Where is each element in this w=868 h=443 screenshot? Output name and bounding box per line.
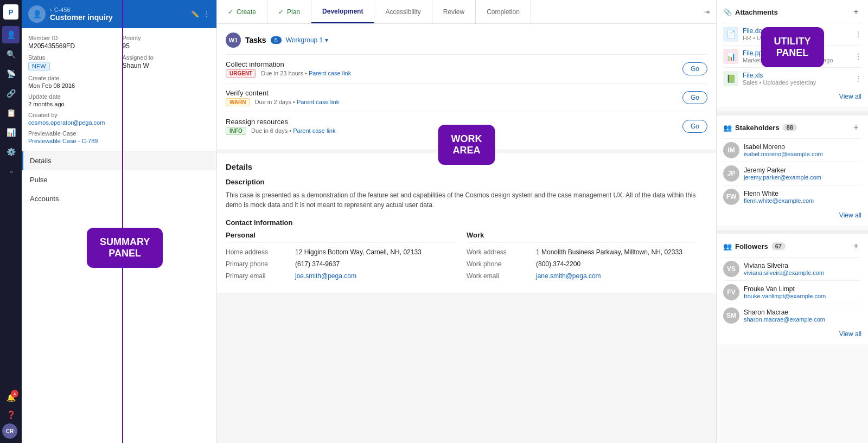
status-badge: NEW	[28, 62, 50, 70]
status-field: Status NEW	[28, 54, 116, 70]
workgroup-avatar: W1	[226, 33, 241, 48]
stakeholders-label: Stakeholders	[735, 124, 780, 132]
stakeholder-email-jeremy[interactable]: jeremy.parker@example.com	[744, 174, 821, 181]
add-attachment-button[interactable]: +	[851, 7, 861, 17]
follower-email-frouke[interactable]: frouke.vanlimpt@example.com	[744, 293, 826, 299]
go-button-reassign[interactable]: Go	[682, 120, 707, 133]
previewable-case-value[interactable]: Previewable Case - C-789	[28, 138, 210, 144]
edit-icon[interactable]: ✏️	[191, 10, 199, 18]
nav-item-cases[interactable]: 📋	[2, 104, 20, 121]
attachment-more-doc[interactable]: ⋮	[855, 30, 861, 38]
breadcrumb-case-id[interactable]: C-456	[54, 7, 71, 13]
stakeholder-email-flenn[interactable]: flenn.white@example.com	[744, 197, 814, 204]
stage-create[interactable]: ✓ Create	[217, 0, 267, 23]
doc-icon: 📄	[723, 27, 738, 42]
work-title: Work	[467, 231, 697, 243]
nav-item-details[interactable]: Details	[22, 151, 216, 170]
details-section: Details Description This case is present…	[217, 153, 716, 293]
task-info-reassign: Reassign resources INFO Due in 6 days • …	[226, 118, 677, 135]
stage-review[interactable]: Review	[432, 0, 476, 23]
user-avatar[interactable]: CR	[2, 423, 17, 439]
task-link-verify[interactable]: Parent case link	[297, 99, 339, 105]
summary-panel: 👤 › C-456 Customer inquiry ✏️ ⋮ Member I…	[22, 0, 217, 443]
primary-email-value[interactable]: joe.smith@pega.com	[295, 272, 356, 280]
follower-name-sharon: Sharon Macrae	[744, 309, 825, 316]
stakeholders-view-all[interactable]: View all	[723, 208, 861, 219]
nav-item-notifications[interactable]: 🔔 4	[2, 389, 20, 406]
stakeholder-row-flenn: FW Flenn White flenn.white@example.com	[723, 185, 861, 208]
attachment-more-ppt[interactable]: ⋮	[855, 53, 861, 60]
tasks-content: W1 Tasks 5 Workgroup 1 ▾ Collect informa…	[217, 24, 716, 443]
stage-plan[interactable]: ✓ Plan	[267, 0, 311, 23]
nav-item-pulse[interactable]: Pulse	[22, 170, 216, 189]
header-actions: ✏️ ⋮	[191, 10, 210, 18]
add-follower-button[interactable]: +	[851, 241, 861, 252]
work-email-value[interactable]: jane.smith@pega.com	[536, 272, 601, 280]
attachment-name-ppt[interactable]: File.ppt	[743, 49, 851, 57]
tasks-header: W1 Tasks 5 Workgroup 1 ▾	[226, 33, 707, 48]
priority-badge-info: INFO	[226, 127, 246, 135]
primary-phone-field: Primary phone (617) 374-9637	[226, 260, 456, 268]
followers-count: 67	[771, 242, 786, 250]
assigned-to-label: Assigned to	[123, 54, 210, 61]
attachment-meta-doc: HR • Uploaded 1 hour ago	[743, 35, 851, 41]
add-stakeholder-button[interactable]: +	[851, 122, 861, 133]
work-phone-value: (800) 374-2200	[536, 260, 580, 268]
summary-header: 👤 › C-456 Customer inquiry ✏️ ⋮	[22, 0, 216, 28]
attachments-label: Attachments	[735, 8, 778, 16]
contact-title: Contact information	[226, 219, 707, 227]
priority-badge-warn: WARN	[226, 98, 250, 106]
attachment-info-ppt: File.ppt Marketing • Uploaded 4 hours ag…	[743, 49, 851, 63]
ppt-icon: 📊	[723, 49, 738, 64]
nav-item-pulse[interactable]: 📡	[2, 65, 20, 82]
attachment-name-xls[interactable]: File.xls	[743, 72, 851, 79]
previewable-case-label: Previewable Case	[28, 130, 210, 137]
workgroup-selector[interactable]: Workgroup 1 ▾	[286, 36, 328, 44]
attachments-view-all[interactable]: View all	[723, 89, 861, 100]
created-by-value[interactable]: cosmos.operator@pega.com	[28, 119, 210, 126]
member-id-value: M205435569FD	[28, 42, 116, 50]
go-button-collect[interactable]: Go	[682, 62, 707, 75]
stage-accessibility[interactable]: Accessibility	[374, 0, 432, 23]
nav-item-search[interactable]: 🔍	[2, 46, 20, 63]
created-by-field: Created by cosmos.operator@pega.com	[28, 112, 210, 126]
follower-email-sharon[interactable]: sharon.macrae@example.com	[744, 316, 825, 323]
case-title: Customer inquiry	[50, 13, 113, 22]
stage-collapse-icon[interactable]: ⇥	[698, 8, 716, 16]
nav-item-help[interactable]: ❓	[2, 406, 20, 423]
stakeholders-title: 👥 Stakeholders 88	[723, 124, 797, 132]
followers-header: 👥 Followers 67 +	[723, 241, 861, 252]
nav-item-insights[interactable]: 📊	[2, 124, 20, 141]
breadcrumb: › C-456	[50, 7, 113, 13]
followers-view-all[interactable]: View all	[723, 327, 861, 338]
attachment-row-ppt: 📊 File.ppt Marketing • Uploaded 4 hours …	[723, 45, 861, 67]
attachment-more-xls[interactable]: ⋮	[855, 75, 861, 82]
summary-panel-annotation: SUMMARYPANEL	[87, 228, 163, 268]
priority-label: Priority	[123, 35, 210, 41]
task-link-collect[interactable]: Parent case link	[309, 70, 351, 76]
more-options-icon[interactable]: ⋮	[203, 10, 210, 18]
nav-item-settings[interactable]: ⚙️	[2, 143, 20, 160]
stage-completion[interactable]: Completion	[476, 0, 531, 23]
stakeholder-email-isabel[interactable]: isabel.moreno@example.com	[744, 151, 823, 157]
go-button-verify[interactable]: Go	[682, 91, 707, 104]
update-date-label: Update date	[28, 93, 210, 100]
nav-item-more[interactable]: ···	[2, 163, 20, 180]
work-area: ✓ Create ✓ Plan Development Accessibilit…	[217, 0, 716, 443]
task-name-verify: Verify content	[226, 89, 677, 97]
work-phone-field: Work phone (800) 374-2200	[467, 260, 697, 268]
app-logo[interactable]: P	[3, 4, 18, 20]
task-link-reassign[interactable]: Parent case link	[293, 127, 335, 134]
workgroup-dropdown-icon: ▾	[325, 36, 328, 44]
task-meta-verify: WARN Due in 2 days • Parent case link	[226, 98, 677, 106]
nav-item-network[interactable]: 🔗	[2, 85, 20, 102]
attachment-name-doc[interactable]: File.doc	[743, 27, 851, 35]
followers-icon: 👥	[723, 242, 732, 251]
task-row-verify: Verify content WARN Due in 2 days • Pare…	[226, 83, 707, 112]
stage-development[interactable]: Development	[311, 0, 374, 23]
attachment-meta-ppt: Marketing • Uploaded 4 hours ago	[743, 57, 851, 63]
home-address-value: 12 Higgins Bottom Way, Carnell, NH, 0213…	[295, 248, 422, 256]
follower-email-viviana[interactable]: viviana.silveira@example.com	[744, 269, 824, 276]
nav-item-accounts[interactable]: Accounts	[22, 189, 216, 208]
nav-item-home[interactable]: 👤	[2, 26, 20, 43]
